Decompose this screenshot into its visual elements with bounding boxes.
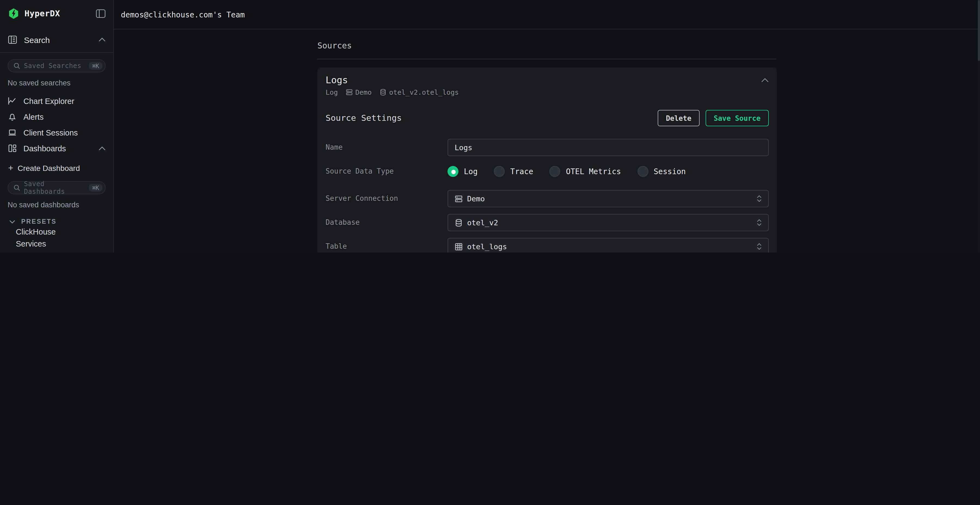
- select-chevrons-icon: [757, 219, 762, 226]
- form-row-table: Table otel_logs: [326, 238, 769, 252]
- chart-icon: [8, 96, 17, 106]
- create-dashboard-label: Create Dashboard: [18, 164, 80, 173]
- sidebar-item-client-sessions[interactable]: Client Sessions: [0, 125, 113, 140]
- preset-item-clickhouse[interactable]: ClickHouse: [0, 226, 113, 238]
- search-icon: [14, 63, 20, 69]
- no-saved-searches-text: No saved searches: [8, 79, 113, 89]
- radio-icon: [494, 166, 505, 177]
- divider: [317, 59, 776, 59]
- connection-tag: Demo: [345, 88, 372, 96]
- presets-label: PRESETS: [21, 218, 57, 225]
- source-settings-heading: Source Settings: [326, 113, 658, 123]
- database-icon: [379, 89, 386, 95]
- server-icon: [455, 195, 463, 203]
- plus-icon: +: [8, 164, 13, 173]
- saved-dashboards-placeholder: Saved Dashboards: [24, 180, 85, 195]
- database-select[interactable]: otel_v2: [447, 214, 769, 231]
- preset-item-kubernetes[interactable]: Kubernetes: [0, 250, 113, 252]
- name-input[interactable]: Logs: [447, 139, 769, 156]
- top-bar: demos@clickhouse.com's Team: [114, 0, 980, 29]
- table-icon: [455, 243, 463, 251]
- logo-row: HyperDX: [0, 0, 113, 27]
- presets-toggle[interactable]: PRESETS: [0, 217, 113, 226]
- shortcut-badge: ⌘K: [89, 62, 102, 70]
- scrollbar-thumb[interactable]: [978, 0, 980, 61]
- saved-dashboards-input[interactable]: Saved Dashboards ⌘K: [8, 181, 106, 194]
- save-source-button[interactable]: Save Source: [706, 110, 769, 126]
- delete-button[interactable]: Delete: [658, 110, 700, 126]
- sidebar-item-label: Client Sessions: [24, 128, 106, 137]
- search-panel-icon: [8, 35, 18, 44]
- source-panel: Logs Log Demo otel_v2.otel_logs Source S…: [317, 67, 777, 252]
- radio-otel-metrics[interactable]: OTEL Metrics: [550, 166, 621, 177]
- radio-icon: [550, 166, 560, 177]
- radio-log[interactable]: Log: [447, 166, 478, 177]
- laptop-icon: [8, 128, 17, 137]
- table-select[interactable]: otel_logs: [447, 238, 769, 252]
- sidebar-item-alerts[interactable]: Alerts: [0, 109, 113, 125]
- create-dashboard-button[interactable]: + Create Dashboard: [0, 162, 113, 175]
- form-row-source-data-type: Source Data Type Log Trace OTEL Metrics …: [326, 163, 769, 180]
- saved-searches-input[interactable]: Saved Searches ⌘K: [8, 59, 106, 72]
- radio-icon: [637, 166, 648, 177]
- collapse-panel-chevron-icon[interactable]: [761, 78, 769, 83]
- sidebar-item-dashboards[interactable]: Dashboards: [0, 140, 113, 156]
- radio-selected-icon: [447, 166, 458, 177]
- server-icon: [345, 89, 353, 95]
- team-title: demos@clickhouse.com's Team: [121, 10, 245, 19]
- app-window: HyperDX Search Saved Searches ⌘K No: [0, 0, 980, 252]
- page-title: Sources: [317, 41, 352, 51]
- sidebar-item-label: Chart Explorer: [24, 97, 106, 105]
- search-icon: [14, 184, 20, 191]
- field-label: Name: [326, 143, 442, 152]
- source-type-tag: Log: [326, 88, 338, 96]
- form-row-name: Name Logs: [326, 139, 769, 156]
- bell-icon: [8, 112, 17, 121]
- radio-session[interactable]: Session: [637, 166, 686, 177]
- collapse-sidebar-icon[interactable]: [96, 9, 106, 18]
- database-icon: [455, 219, 463, 227]
- field-label: Table: [326, 241, 442, 251]
- chevron-up-icon[interactable]: [99, 146, 106, 151]
- server-connection-select[interactable]: Demo: [447, 190, 769, 207]
- form-row-database: Database otel_v2: [326, 214, 769, 231]
- sidebar-item-label: Dashboards: [24, 144, 92, 152]
- saved-searches-placeholder: Saved Searches: [24, 62, 85, 70]
- source-panel-title: Logs: [326, 75, 761, 86]
- field-label: Source Data Type: [326, 167, 442, 176]
- hyperdx-logo-icon: [8, 8, 20, 20]
- form-row-server-connection: Server Connection Demo: [326, 190, 769, 207]
- scrollbar[interactable]: [978, 0, 980, 252]
- sidebar-item-search[interactable]: Search: [0, 27, 113, 53]
- sidebar-item-chart-explorer[interactable]: Chart Explorer: [0, 93, 113, 109]
- sidebar-item-label: Search: [24, 35, 92, 44]
- chevron-up-icon[interactable]: [99, 38, 106, 42]
- field-label: Database: [326, 218, 442, 227]
- no-saved-dashboards-text: No saved dashboards: [8, 201, 113, 211]
- sidebar: HyperDX Search Saved Searches ⌘K No: [0, 0, 114, 252]
- field-label: Server Connection: [326, 194, 442, 203]
- shortcut-badge: ⌘K: [89, 184, 102, 192]
- app-title: HyperDX: [24, 9, 91, 19]
- radio-trace[interactable]: Trace: [494, 166, 533, 177]
- select-chevrons-icon: [757, 195, 762, 202]
- chevron-down-icon: [9, 219, 15, 223]
- dashboards-icon: [8, 144, 17, 153]
- sidebar-item-label: Alerts: [24, 113, 106, 121]
- select-chevrons-icon: [757, 243, 762, 250]
- table-path-tag: otel_v2.otel_logs: [379, 88, 459, 96]
- preset-item-services[interactable]: Services: [0, 238, 113, 250]
